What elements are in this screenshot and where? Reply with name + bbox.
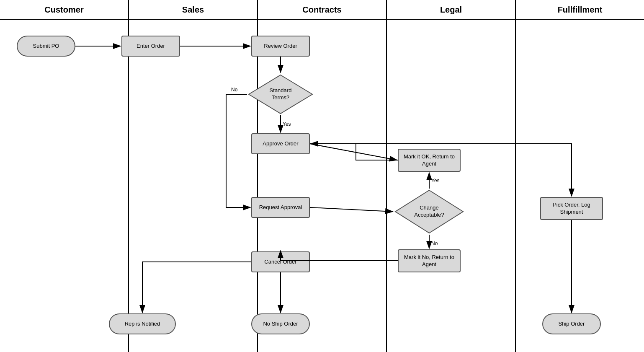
rep-notified-node: Rep is Notified — [109, 313, 176, 334]
mark-no-node: Mark it No, Return to Agent — [398, 249, 461, 272]
change-acceptable-node: Change Acceptable? — [394, 189, 465, 235]
lane-header-fulfillment: Fullfillment — [516, 0, 644, 20]
submit-po-node: Submit PO — [17, 36, 75, 57]
pick-order-node: Pick Order, Log Shipment — [540, 197, 603, 220]
request-approval-node: Request Approval — [251, 197, 310, 218]
lane-header-contracts: Contracts — [258, 0, 386, 20]
lane-header-sales: Sales — [129, 0, 257, 20]
lane-fulfillment: Fullfillment — [516, 0, 644, 352]
no-ship-order-node: No Ship Order — [251, 313, 310, 334]
cancel-order-node: Cancel Order — [251, 251, 310, 272]
lane-header-legal: Legal — [387, 0, 515, 20]
ship-order-node: Ship Order — [542, 313, 601, 334]
approve-order-node: Approve Order — [251, 133, 310, 154]
diagram-container: Customer Sales Contracts Legal Fullfillm… — [0, 0, 644, 352]
swimlanes: Customer Sales Contracts Legal Fullfillm… — [0, 0, 644, 352]
lane-header-customer: Customer — [0, 0, 128, 20]
lane-legal: Legal — [387, 0, 516, 352]
enter-order-node: Enter Order — [121, 36, 180, 57]
standard-terms-node: Standard Terms? — [247, 73, 314, 115]
mark-ok-node: Mark it OK, Return to Agent — [398, 149, 461, 172]
review-order-node: Review Order — [251, 36, 310, 57]
